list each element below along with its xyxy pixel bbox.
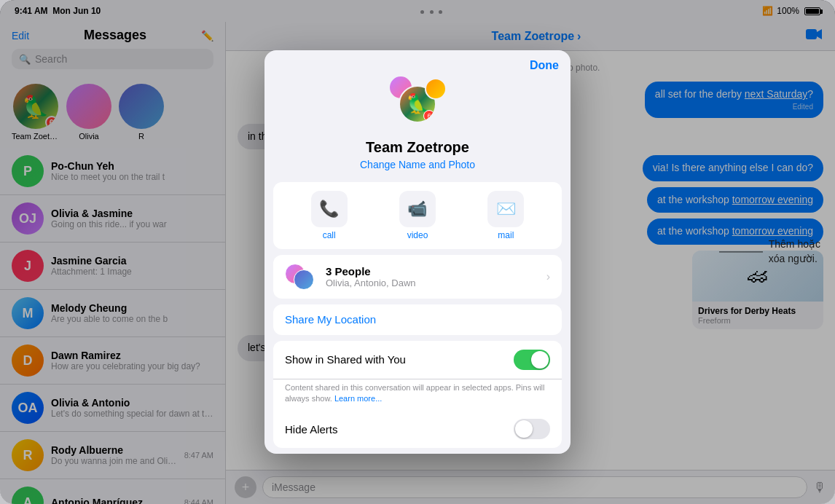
people-row[interactable]: 3 People Olivia, Antonio, Dawn › [273,255,562,299]
mail-label: mail [498,230,514,240]
show-in-shared-toggle[interactable] [514,350,550,370]
people-section: 3 People Olivia, Antonio, Dawn › [273,255,562,299]
hide-alerts-label: Hide Alerts [285,423,338,436]
video-icon: 📹 [399,191,436,227]
people-avatars [285,264,317,290]
shared-with-you-section: Show in Shared with You Content shared i… [273,341,562,449]
call-icon: 📞 [311,191,348,227]
modal-overlay: Done 🦜 6 Team Zoetrope Change Name and P… [0,0,835,504]
mail-action-button[interactable]: ✉️ mail [487,191,524,240]
show-in-shared-toggle-row: Show in Shared with You [273,341,562,379]
mail-icon: ✉️ [487,191,524,227]
ipad-frame: 9:41 AM Mon Jun 10 📶 100% Edit Messages [0,0,835,504]
video-label: video [407,230,428,240]
annotation-text: Thêm hoặc xóa người. [769,237,820,266]
call-action-button[interactable]: 📞 call [311,191,348,240]
chevron-right-icon: › [546,270,550,283]
share-location-row[interactable]: Share My Location [273,304,562,335]
people-info: 3 People Olivia, Antonio, Dawn [326,265,538,288]
video-action-button[interactable]: 📹 video [399,191,436,240]
call-label: call [323,230,336,240]
group-badge: 6 [423,110,435,122]
done-button[interactable]: Done [530,59,559,72]
hide-alerts-toggle[interactable] [514,419,550,439]
toggle-description: Content shared in this conversation will… [273,379,562,411]
hide-alerts-toggle-knob [515,420,533,438]
share-location-section: Share My Location [273,304,562,335]
share-location-label: Share My Location [285,313,376,326]
modal-group-info: 🦜 6 Team Zoetrope Change Name and Photo [264,72,571,182]
group-name: Team Zoetrope [366,139,469,156]
toggle-knob [531,351,549,369]
modal-header: Done [264,50,571,72]
group-avatars: 🦜 6 [388,75,447,133]
group-info-modal: Done 🦜 6 Team Zoetrope Change Name and P… [264,50,571,454]
change-name-link[interactable]: Change Name and Photo [360,159,475,170]
show-in-shared-label: Show in Shared with You [285,353,406,366]
group-avatar-small-2 [425,78,447,100]
people-names: Olivia, Antonio, Dawn [326,277,538,288]
learn-more-link[interactable]: Learn more... [334,394,382,403]
annotation-line [719,252,763,253]
person-avatar-2 [294,269,314,290]
annotation-container: Thêm hoặc xóa người. [719,237,820,266]
hide-alerts-row: Hide Alerts [273,410,562,448]
people-count: 3 People [326,265,538,277]
action-buttons-row: 📞 call 📹 video ✉️ mail [273,182,562,249]
